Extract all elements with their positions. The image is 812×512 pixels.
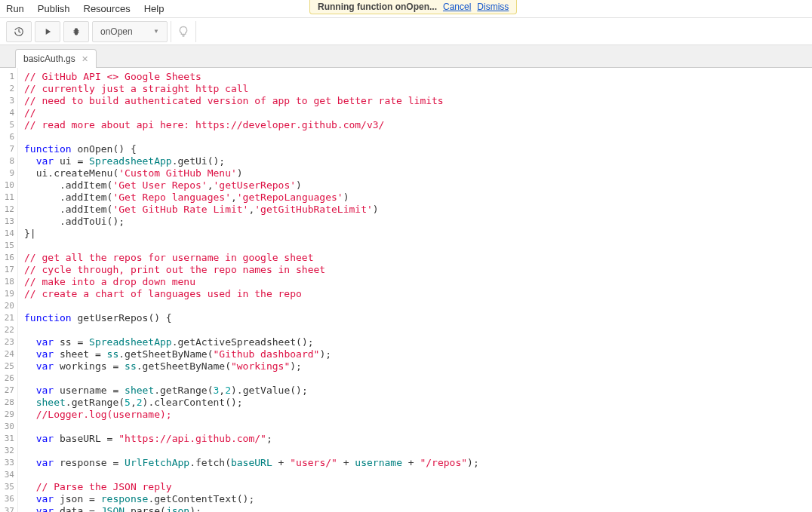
line-number: 5 xyxy=(0,119,14,131)
code-line[interactable]: var ss = SpreadsheetApp.getActiveSpreads… xyxy=(24,336,479,348)
cancel-link[interactable]: Cancel xyxy=(443,2,471,12)
code-line[interactable] xyxy=(24,421,479,433)
line-number: 21 xyxy=(0,312,14,324)
code-line[interactable]: // need to build authenticated version o… xyxy=(24,95,479,107)
line-number: 1 xyxy=(0,71,14,83)
menu-help[interactable]: Help xyxy=(144,3,165,14)
debug-button[interactable] xyxy=(63,21,89,42)
hints-button[interactable] xyxy=(171,21,196,42)
code-line[interactable]: // create a chart of languages used in t… xyxy=(24,288,479,300)
code-line[interactable]: }| xyxy=(24,228,479,240)
line-number: 30 xyxy=(0,421,14,433)
line-number: 16 xyxy=(0,252,14,264)
history-icon xyxy=(14,26,24,37)
close-icon[interactable]: ✕ xyxy=(82,54,88,64)
code-line[interactable]: .addItem('Get Repo languages','getRepoLa… xyxy=(24,192,479,204)
code-line[interactable]: // xyxy=(24,107,479,119)
line-number: 19 xyxy=(0,288,14,300)
line-number: 4 xyxy=(0,107,14,119)
notification-message: Running function onOpen... xyxy=(318,2,437,12)
code-line[interactable]: // make into a drop down menu xyxy=(24,276,479,288)
code-line[interactable]: .addToUi(); xyxy=(24,216,479,228)
line-number: 6 xyxy=(0,131,14,143)
line-number: 10 xyxy=(0,179,14,192)
line-number: 15 xyxy=(0,240,14,252)
code-line[interactable]: var username = sheet.getRange(3,2).getVa… xyxy=(24,385,479,397)
line-number: 9 xyxy=(0,167,14,179)
function-select-value: onOpen xyxy=(100,26,133,37)
line-number: 37 xyxy=(0,505,14,512)
code-line[interactable]: //Logger.log(username); xyxy=(24,409,479,421)
menu-publish[interactable]: Publish xyxy=(38,3,70,14)
code-line[interactable]: var workings = ss.getSheetByName("workin… xyxy=(24,360,479,373)
line-number: 31 xyxy=(0,433,14,445)
code-line[interactable]: var response = UrlFetchApp.fetch(baseURL… xyxy=(24,457,479,469)
code-line[interactable] xyxy=(24,300,479,312)
line-number: 36 xyxy=(0,493,14,505)
line-number: 23 xyxy=(0,336,14,348)
code-line[interactable]: // currently just a straight http call xyxy=(24,83,479,95)
code-line[interactable]: var data = JSON.parse(json); xyxy=(24,505,479,512)
history-button[interactable] xyxy=(6,21,32,42)
code-line[interactable]: ui.createMenu('Custom GitHub Menu') xyxy=(24,167,479,179)
line-number: 26 xyxy=(0,373,14,385)
line-number: 25 xyxy=(0,360,14,373)
line-number: 2 xyxy=(0,83,14,95)
menu-resources[interactable]: Resources xyxy=(84,3,131,14)
code-line[interactable]: // cycle through, print out the repo nam… xyxy=(24,264,479,276)
code-line[interactable]: var baseURL = "https://api.github.com/"; xyxy=(24,433,479,445)
code-line[interactable]: function onOpen() { xyxy=(24,143,479,155)
dismiss-link[interactable]: Dismiss xyxy=(477,2,509,12)
line-number: 20 xyxy=(0,300,14,312)
play-icon xyxy=(42,26,53,37)
code-editor[interactable]: 1234567891011121314151617181920212223242… xyxy=(0,68,812,512)
line-number: 7 xyxy=(0,143,14,155)
line-number: 14 xyxy=(0,228,14,240)
editor-tabs: basicAuth.gs ✕ xyxy=(0,45,812,68)
code-line[interactable]: // get all the repos for username in goo… xyxy=(24,252,479,264)
function-select[interactable]: onOpen ▼ xyxy=(92,21,168,42)
code-line[interactable]: // GitHub API <> Google Sheets xyxy=(24,71,479,83)
code-line[interactable] xyxy=(24,469,479,481)
code-line[interactable]: var sheet = ss.getSheetByName("Github da… xyxy=(24,348,479,360)
code-line[interactable]: .addItem('Get GitHub Rate Limit','getGit… xyxy=(24,204,479,216)
code-line[interactable]: .addItem('Get User Repos','getUserRepos'… xyxy=(24,179,479,192)
line-number: 3 xyxy=(0,95,14,107)
line-gutter: 1234567891011121314151617181920212223242… xyxy=(0,68,18,512)
code-area[interactable]: // GitHub API <> Google Sheets// current… xyxy=(18,68,479,512)
line-number: 33 xyxy=(0,457,14,469)
tab-active[interactable]: basicAuth.gs ✕ xyxy=(15,49,97,68)
run-button[interactable] xyxy=(35,21,60,42)
code-line[interactable] xyxy=(24,131,479,143)
running-notification: Running function onOpen... Cancel Dismis… xyxy=(309,0,517,14)
line-number: 32 xyxy=(0,445,14,457)
chevron-down-icon: ▼ xyxy=(153,28,159,35)
tab-label: basicAuth.gs xyxy=(23,54,75,64)
code-line[interactable]: // read more about api here: https://dev… xyxy=(24,119,479,131)
line-number: 13 xyxy=(0,216,14,228)
line-number: 34 xyxy=(0,469,14,481)
line-number: 28 xyxy=(0,397,14,409)
line-number: 29 xyxy=(0,409,14,421)
line-number: 18 xyxy=(0,276,14,288)
code-line[interactable]: var json = response.getContentText(); xyxy=(24,493,479,505)
code-line[interactable] xyxy=(24,240,479,252)
code-line[interactable]: sheet.getRange(5,2).clearContent(); xyxy=(24,397,479,409)
line-number: 27 xyxy=(0,385,14,397)
line-number: 24 xyxy=(0,348,14,360)
code-line[interactable] xyxy=(24,373,479,385)
line-number: 17 xyxy=(0,264,14,276)
line-number: 11 xyxy=(0,192,14,204)
menu-run[interactable]: Run xyxy=(6,3,24,14)
code-line[interactable]: function getUserRepos() { xyxy=(24,312,479,324)
lightbulb-icon xyxy=(177,26,189,38)
code-line[interactable] xyxy=(24,324,479,336)
code-line[interactable]: // Parse the JSON reply xyxy=(24,481,479,493)
code-line[interactable] xyxy=(24,445,479,457)
line-number: 8 xyxy=(0,155,14,167)
code-line[interactable]: var ui = SpreadsheetApp.getUi(); xyxy=(24,155,479,167)
line-number: 35 xyxy=(0,481,14,493)
line-number: 22 xyxy=(0,324,14,336)
bug-icon xyxy=(71,26,82,37)
line-number: 12 xyxy=(0,204,14,216)
